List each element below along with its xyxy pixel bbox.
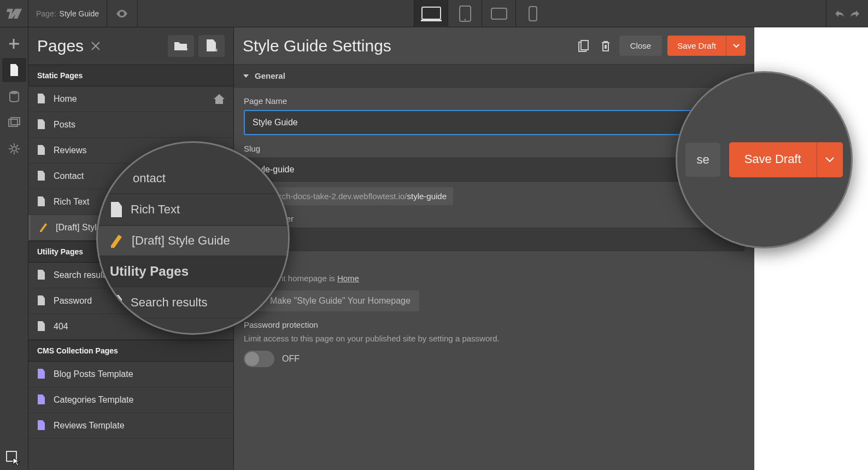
page-item-reviews[interactable]: Reviews	[28, 138, 233, 164]
redo-icon	[849, 9, 861, 18]
new-page-button[interactable]: +	[198, 35, 225, 57]
static-pages-header: Static Pages	[28, 65, 233, 86]
tablet-view-button[interactable]	[448, 0, 482, 27]
page-item-label: Rich Text	[54, 197, 90, 207]
parent-folder-select[interactable]: None	[244, 228, 744, 251]
close-panel-button[interactable]	[91, 42, 100, 50]
tablet-icon	[459, 5, 471, 22]
logo[interactable]	[0, 0, 28, 27]
page-item-404[interactable]: 404	[28, 314, 233, 340]
page-item-blog-template[interactable]: Blog Posts Template	[28, 362, 233, 387]
general-section-header[interactable]: General	[234, 65, 754, 88]
desktop-view-button[interactable]	[414, 0, 448, 27]
page-icon	[37, 119, 46, 130]
desktop-icon	[421, 6, 442, 21]
delete-button[interactable]	[597, 38, 614, 54]
webflow-logo-icon	[7, 9, 22, 19]
svg-text:+: +	[215, 47, 218, 53]
settings-nav-button[interactable]	[2, 137, 26, 161]
cms-page-icon	[37, 420, 46, 431]
page-label: Page:	[36, 9, 56, 18]
make-homepage-button[interactable]: Make "Style Guide" Your Homepage	[244, 291, 419, 311]
tablet-landscape-view-button[interactable]	[482, 0, 515, 27]
assets-nav-button[interactable]	[2, 111, 26, 135]
pages-nav-button[interactable]	[2, 58, 26, 82]
password-label: Password protection	[244, 320, 744, 329]
page-icon	[37, 196, 46, 207]
page-item-label: [Draft] Style Guide	[56, 223, 127, 233]
close-icon	[91, 42, 100, 50]
page-item-home[interactable]: Home	[28, 86, 233, 112]
page-item-label: Posts	[54, 120, 75, 130]
mobile-icon	[529, 6, 537, 21]
page-item-label: Contact	[54, 171, 84, 181]
svg-rect-4	[491, 8, 507, 19]
left-nav-rail	[0, 27, 28, 470]
page-item-search-results[interactable]: Search results	[28, 263, 233, 288]
preview-toggle[interactable]	[107, 0, 138, 27]
password-toggle[interactable]	[244, 351, 274, 367]
page-icon	[9, 64, 19, 76]
redo-button[interactable]	[849, 9, 861, 18]
slug-label: Slug	[244, 144, 744, 153]
page-name-value: Style Guide	[60, 9, 99, 18]
gear-icon	[8, 143, 20, 155]
settings-title: Style Guide Settings	[243, 37, 391, 55]
pages-panel-title: Pages	[37, 37, 100, 55]
svg-text:+: +	[185, 45, 188, 51]
top-toolbar: Page: Style Guide	[0, 0, 868, 27]
page-item-categories-template[interactable]: Categories Template	[28, 387, 233, 413]
svg-point-3	[464, 19, 466, 20]
chevron-down-icon	[730, 237, 736, 242]
cms-page-icon	[37, 394, 46, 405]
cms-nav-button[interactable]	[2, 84, 26, 108]
save-draft-dropdown[interactable]	[726, 36, 746, 56]
slug-input[interactable]	[244, 158, 744, 182]
add-element-button[interactable]	[2, 32, 26, 56]
tablet-landscape-icon	[491, 8, 507, 20]
toggle-state-label: OFF	[282, 354, 300, 364]
copy-icon	[578, 40, 589, 52]
slug-preview: site-search-docs-take-2.dev.webflowtest.…	[244, 187, 453, 205]
chevron-down-icon	[733, 44, 740, 48]
close-button[interactable]: Close	[619, 36, 662, 56]
page-item-label: Home	[54, 94, 77, 104]
folder-add-icon: +	[174, 40, 188, 51]
homepage-link[interactable]: Home	[337, 274, 359, 283]
save-draft-button[interactable]: Save Draft	[667, 36, 726, 56]
caret-down-icon	[243, 73, 249, 79]
page-item-richtext[interactable]: Rich Text	[28, 189, 233, 215]
home-icon	[253, 296, 263, 306]
page-item-password[interactable]: Password	[28, 288, 233, 314]
plus-icon	[8, 38, 20, 50]
page-item-label: Reviews	[54, 146, 86, 155]
svg-rect-13	[581, 40, 588, 50]
cms-pages-header: CMS Collection Pages	[28, 340, 233, 362]
page-item-draft-style-guide[interactable]: [Draft] Style Guide	[28, 215, 233, 241]
database-icon	[9, 90, 20, 102]
duplicate-button[interactable]	[576, 38, 592, 54]
viewport-switcher	[414, 0, 549, 27]
svg-rect-1	[421, 20, 442, 21]
homepage-label: Homepage	[244, 260, 744, 269]
page-item-contact[interactable]: Contact	[28, 164, 233, 189]
page-icon	[37, 94, 46, 105]
parent-folder-label: Parent Folder	[244, 214, 744, 223]
new-folder-button[interactable]: +	[168, 35, 194, 57]
page-indicator[interactable]: Page: Style Guide	[28, 0, 107, 27]
page-item-label: Blog Posts Template	[54, 369, 133, 379]
pages-panel: Pages + + Static Pages Home Posts Review…	[28, 27, 234, 470]
mobile-view-button[interactable]	[515, 0, 549, 27]
page-item-reviews-template[interactable]: Reviews Template	[28, 413, 233, 439]
page-item-posts[interactable]: Posts	[28, 112, 233, 138]
home-icon	[214, 94, 225, 104]
page-name-input[interactable]	[244, 110, 744, 135]
trash-icon	[601, 40, 611, 51]
svg-rect-5	[529, 7, 537, 21]
undo-button[interactable]	[833, 9, 845, 18]
svg-point-6	[10, 91, 19, 94]
page-item-label: 404	[54, 322, 68, 332]
password-subtext: Limit access to this page on your publis…	[244, 334, 744, 343]
svg-rect-7	[9, 119, 17, 126]
canvas	[754, 27, 868, 470]
